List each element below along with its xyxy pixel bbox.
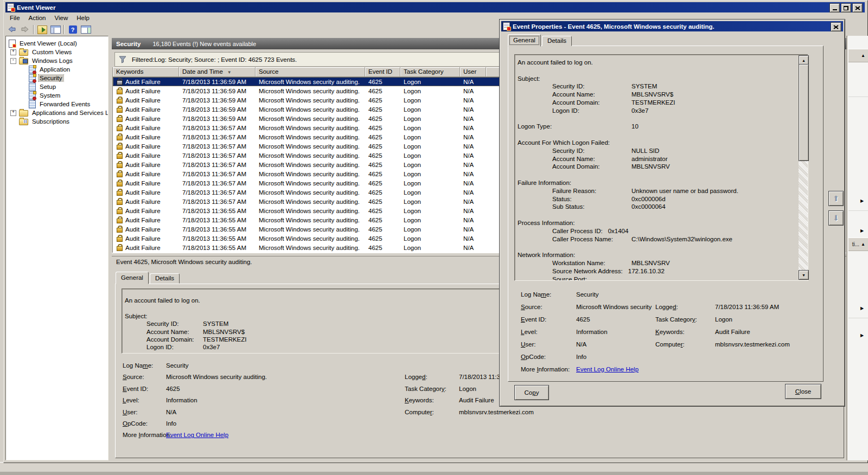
tree-expander-icon[interactable]: - bbox=[10, 58, 16, 64]
dialog-titlebar[interactable]: Event Properties - Event 4625, Microsoft… bbox=[501, 21, 843, 31]
dialog-tab-general[interactable]: General bbox=[508, 34, 541, 47]
event-message-line: Source Port: bbox=[518, 276, 796, 281]
dialog-close-button[interactable] bbox=[831, 22, 841, 31]
event-message-line: Caller Process Name:C:\Windows\System32\… bbox=[518, 236, 796, 244]
event-log-online-help-link[interactable]: Event Log Online Help bbox=[576, 366, 639, 373]
menu-file[interactable]: File bbox=[5, 14, 24, 22]
cell-user: N/A bbox=[460, 188, 486, 197]
tree-item-forwarded-events[interactable]: Forwarded Events bbox=[6, 100, 108, 108]
event-message-line: Network Information: bbox=[518, 252, 796, 260]
tree-item-application[interactable]: Application bbox=[6, 65, 108, 74]
cell-event-id: 4625 bbox=[365, 243, 400, 252]
cell-event-id: 4625 bbox=[365, 224, 400, 234]
tab-details[interactable]: Details bbox=[150, 273, 180, 284]
cell-user: N/A bbox=[460, 178, 486, 188]
field-opcode: OpCode:Info bbox=[123, 420, 405, 432]
cell-event-id: 4625 bbox=[365, 188, 400, 197]
cell-date: 7/18/2013 11:36:59 AM bbox=[179, 77, 256, 86]
column-header-task-category[interactable]: Task Category bbox=[400, 67, 460, 77]
audit-failure-lock-icon bbox=[117, 179, 123, 187]
tree-item-system[interactable]: System bbox=[6, 91, 108, 100]
cell-user: N/A bbox=[460, 142, 486, 151]
close-button[interactable] bbox=[852, 3, 863, 12]
collapse-icon[interactable]: ▲ bbox=[861, 53, 865, 58]
menu-action[interactable]: Action bbox=[24, 14, 50, 22]
audit-failure-lock-icon bbox=[117, 198, 123, 205]
tree-item-custom-views[interactable]: +Custom Views bbox=[6, 48, 108, 56]
cell-task-category: Logon bbox=[400, 188, 460, 197]
cell-event-id: 4625 bbox=[365, 197, 400, 206]
previous-event-button[interactable]: ⬆ bbox=[828, 191, 844, 206]
field-task-category: Task Category:Logon bbox=[655, 316, 834, 329]
event-message-line bbox=[518, 243, 796, 252]
cell-task-category: Logon bbox=[400, 77, 460, 86]
cell-task-category: Logon bbox=[400, 86, 460, 95]
column-header-event-id[interactable]: Event ID bbox=[365, 67, 400, 77]
tree-item-subscriptions[interactable]: Subscriptions bbox=[6, 117, 108, 126]
copy-button[interactable]: Copy bbox=[514, 385, 549, 400]
tree-item-event-viewer-local[interactable]: Event Viewer (Local) bbox=[6, 39, 108, 48]
folder-logs-icon bbox=[19, 58, 28, 65]
tree-item-setup[interactable]: Setup bbox=[6, 82, 108, 91]
scroll-down-button[interactable]: ▼ bbox=[799, 270, 809, 280]
submenu-arrow-icon[interactable]: ▶ bbox=[860, 198, 864, 203]
minimize-button[interactable] bbox=[829, 3, 840, 12]
cell-keywords: Audit Failure bbox=[113, 178, 179, 188]
cell-keywords: Audit Failure bbox=[113, 132, 179, 142]
export-button[interactable] bbox=[36, 24, 48, 35]
menu-help[interactable]: Help bbox=[72, 14, 94, 22]
tab-general[interactable]: General bbox=[116, 272, 149, 284]
audit-failure-lock-icon bbox=[117, 170, 123, 177]
column-header-user[interactable]: User bbox=[460, 67, 486, 77]
restore-button[interactable] bbox=[841, 3, 851, 12]
tree-expander-icon[interactable]: + bbox=[10, 49, 16, 55]
cell-user: N/A bbox=[460, 114, 486, 123]
scrollbar-thumb[interactable] bbox=[799, 64, 809, 161]
actions-section-header[interactable]: ▲ bbox=[848, 49, 868, 62]
cell-task-category: Logon bbox=[400, 206, 460, 215]
audit-failure-lock-icon bbox=[117, 152, 123, 159]
collapse-icon[interactable]: ▲ bbox=[861, 242, 865, 247]
submenu-arrow-icon[interactable]: ▶ bbox=[860, 306, 864, 311]
cell-user: N/A bbox=[460, 151, 486, 160]
show-action-pane-button[interactable] bbox=[80, 24, 92, 35]
event-message-line: Account Domain:TESTMERKEZI bbox=[518, 99, 796, 107]
tree-item-security[interactable]: Security bbox=[6, 74, 108, 82]
cell-source: Microsoft Windows security auditing. bbox=[256, 188, 365, 197]
submenu-arrow-icon[interactable]: ▶ bbox=[860, 333, 864, 338]
help-button[interactable]: ? bbox=[67, 24, 79, 35]
event-log-online-help-link[interactable]: Event Log Online Help bbox=[166, 432, 228, 438]
tree-expander-icon[interactable]: + bbox=[10, 110, 16, 116]
forward-button[interactable] bbox=[19, 24, 31, 35]
audit-failure-lock-icon bbox=[117, 87, 123, 94]
next-event-button[interactable]: ⬇ bbox=[828, 210, 844, 226]
menu-view[interactable]: View bbox=[50, 14, 73, 22]
cell-task-category: Logon bbox=[400, 132, 460, 142]
cell-event-id: 4625 bbox=[365, 95, 400, 105]
tree-item-applications-and-services-logs[interactable]: +Applications and Services Logs bbox=[6, 108, 108, 117]
tree-item-windows-logs[interactable]: -Windows Logs bbox=[6, 56, 108, 65]
filter-funnel-icon bbox=[119, 56, 127, 63]
forward-arrow-icon bbox=[21, 25, 29, 34]
column-header-source[interactable]: Source bbox=[256, 67, 365, 77]
cell-source: Microsoft Windows security auditing. bbox=[256, 160, 365, 169]
back-button[interactable] bbox=[6, 24, 18, 35]
cell-source: Microsoft Windows security auditing. bbox=[256, 169, 365, 178]
window-titlebar[interactable]: Event Viewer bbox=[5, 2, 865, 12]
filter-text: Filtered:Log: Security; Source: ; Event … bbox=[132, 56, 297, 63]
submenu-arrow-icon[interactable]: ▶ bbox=[860, 228, 864, 233]
column-header-keywords[interactable]: Keywords bbox=[113, 67, 179, 77]
actions-section-header-event[interactable]: ti... ▲ bbox=[848, 238, 868, 251]
desktop: Event Viewer FileActionViewHelp ? Event … bbox=[0, 0, 868, 475]
dialog-event-message[interactable]: An account failed to log on. Subject:Sec… bbox=[514, 54, 808, 281]
show-console-tree-button[interactable] bbox=[49, 24, 61, 35]
cell-event-id: 4625 bbox=[365, 114, 400, 123]
dialog-tab-details[interactable]: Details bbox=[542, 36, 572, 46]
tree-item-label: Event Viewer (Local) bbox=[18, 40, 78, 47]
column-header-date-and-time[interactable]: Date and Time▼ bbox=[179, 67, 256, 77]
close-dialog-button[interactable]: Close bbox=[785, 384, 821, 399]
cell-user: N/A bbox=[460, 132, 486, 142]
event-message-line: Source Network Address:172.16.10.32 bbox=[518, 268, 796, 276]
event-message-line: Logon ID:0x3e7 bbox=[518, 107, 796, 115]
cell-keywords: Audit Failure bbox=[113, 234, 179, 243]
